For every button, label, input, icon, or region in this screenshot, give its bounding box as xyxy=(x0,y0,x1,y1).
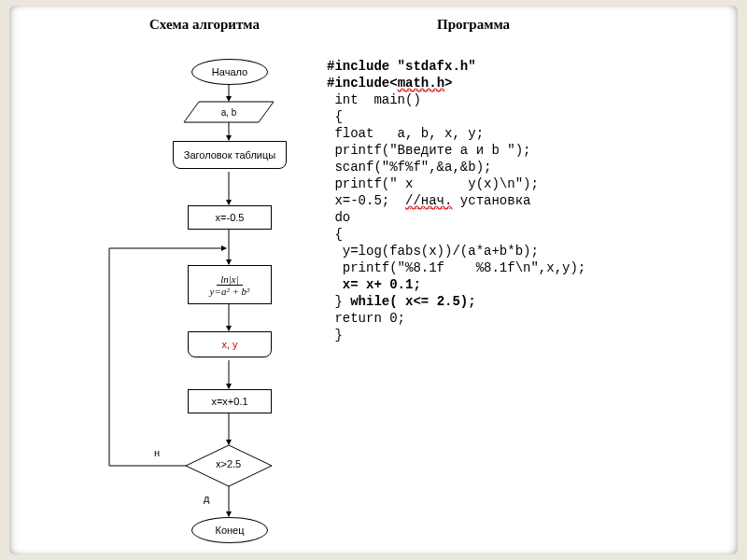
heading-flowchart: Схема алгоритма xyxy=(149,17,260,33)
node-formula: ln|x| y=a² + b² xyxy=(188,265,272,304)
node-input: a, b xyxy=(208,104,249,120)
flowchart: Начало a, b Заголовок таблицы x=-0.5 ln|… xyxy=(98,57,322,552)
branch-yes: д xyxy=(204,493,209,504)
flowchart-connectors xyxy=(98,57,322,556)
decision-text: x>2.5 xyxy=(216,458,241,469)
node-output: x, y xyxy=(188,331,272,357)
node-step: x=x+0.1 xyxy=(188,389,272,413)
program-code: #include "stdafx.h" #include<math.h> int… xyxy=(327,58,728,343)
page-sheet: Схема алгоритма Программа #include "stda… xyxy=(9,6,738,554)
node-start: Начало xyxy=(191,59,268,85)
node-table-header: Заголовок таблицы xyxy=(173,141,287,169)
node-init: x=-0.5 xyxy=(188,205,272,230)
branch-no: н xyxy=(154,447,160,458)
node-end: Конец xyxy=(191,517,268,543)
heading-program: Программа xyxy=(437,17,510,33)
